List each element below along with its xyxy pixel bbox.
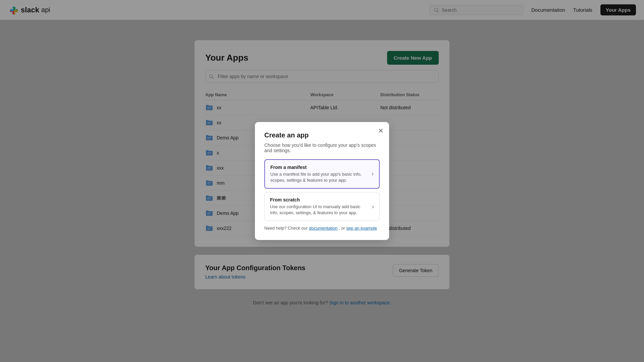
modal-footer: Need help? Check our documentation , or … <box>264 226 380 231</box>
modal-option-scratch[interactable]: From scratch Use our configuration UI to… <box>264 192 380 221</box>
scratch-chevron-icon: › <box>372 203 374 210</box>
modal-option-manifest-title: From a manifest <box>270 165 369 170</box>
modal-close-button[interactable]: ✕ <box>378 127 384 134</box>
modal-option-scratch-desc: Use our configuration UI to manually add… <box>270 204 369 216</box>
modal-option-scratch-title: From scratch <box>270 197 369 202</box>
create-app-modal: ✕ Create an app Choose how you'd like to… <box>255 122 389 240</box>
modal-title: Create an app <box>264 131 380 139</box>
modal-option-manifest-desc: Use a manifest file to add your app's ba… <box>270 171 369 183</box>
modal-option-manifest[interactable]: From a manifest Use a manifest file to a… <box>264 159 380 189</box>
modal-overlay[interactable]: ✕ Create an app Choose how you'd like to… <box>0 0 644 362</box>
modal-option-manifest-content: From a manifest Use a manifest file to a… <box>270 165 369 183</box>
modal-footer-text: Need help? Check our <box>264 226 308 231</box>
modal-documentation-link[interactable]: documentation <box>309 226 337 231</box>
manifest-chevron-icon: › <box>372 170 374 177</box>
modal-option-scratch-content: From scratch Use our configuration UI to… <box>270 197 369 216</box>
modal-example-link[interactable]: see an example <box>346 226 377 231</box>
modal-footer-or: , or <box>339 226 345 231</box>
modal-subtitle: Choose how you'd like to configure your … <box>264 142 380 153</box>
